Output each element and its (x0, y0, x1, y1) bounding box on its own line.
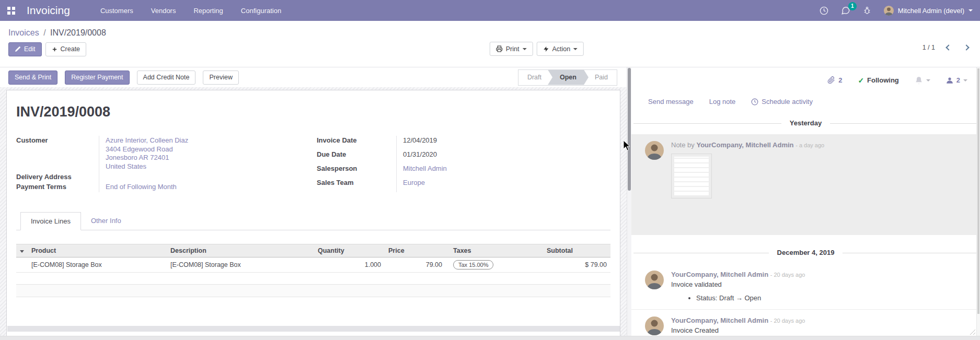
check-icon: ✓ (858, 76, 864, 85)
pager: 1 / 1 (923, 44, 969, 51)
tab-other-info[interactable]: Other Info (81, 212, 131, 230)
message-body: Invoice validated (671, 280, 805, 288)
chatter-message-validated: YourCompany, Mitchell Admin - 20 days ag… (631, 264, 980, 309)
tab-invoice-lines[interactable]: Invoice Lines (20, 212, 81, 230)
nav-menu-vendors[interactable]: Vendors (151, 7, 176, 15)
cell-price: 79.00 (385, 257, 446, 273)
invoice-date-value: 12/04/2019 (396, 136, 589, 150)
log-note-button[interactable]: Log note (709, 98, 736, 105)
subscription-bell-button[interactable] (915, 76, 930, 85)
header-taxes: Taxes (446, 244, 543, 257)
activities-clock-icon[interactable] (820, 6, 828, 15)
plus-icon (52, 46, 57, 52)
pager-previous-icon[interactable] (946, 44, 951, 50)
user-menu[interactable]: Mitchell Admin (devel) (884, 6, 973, 16)
attachment-thumbnail[interactable] (671, 154, 712, 198)
tax-tag: Tax 15.00% (453, 260, 493, 269)
cell-product: [E-COM08] Storage Box (28, 257, 167, 273)
header-price: Price (385, 244, 446, 257)
apps-menu-icon[interactable] (7, 7, 15, 15)
invoice-date-label: Invoice Date (317, 136, 396, 150)
form-vertical-scrollbar[interactable] (627, 67, 631, 340)
messages-badge: 1 (848, 2, 857, 10)
breadcrumb-invoices[interactable]: Invoices (8, 28, 39, 37)
scrollbar-thumb[interactable] (628, 68, 631, 191)
payment-terms-value[interactable]: End of Following Month (106, 183, 177, 191)
chatter-actions: Send message Log note Schedule activity (631, 86, 980, 105)
fields-right-group: Invoice Date 12/04/2019 Due Date 01/31/2… (317, 136, 589, 192)
paperclip-icon (827, 76, 835, 84)
status-paid[interactable]: Paid (586, 70, 617, 85)
list-optional-columns-icon[interactable] (20, 250, 24, 253)
control-panel: Invoices / INV/2019/0008 Edit Create Pri… (0, 21, 980, 67)
send-print-button[interactable]: Send & Print (8, 71, 57, 85)
invoice-line-row[interactable]: [E-COM08] Storage Box [E-COM08] Storage … (16, 257, 610, 273)
chevron-down-icon (522, 48, 526, 50)
print-button[interactable]: Print (490, 42, 533, 56)
app-title[interactable]: Invoicing (27, 4, 70, 17)
followers-button[interactable]: 2 (946, 76, 967, 84)
bell-icon (915, 76, 923, 85)
attachments-button[interactable]: 2 (827, 76, 842, 84)
attachments-count: 2 (838, 76, 842, 84)
nav-menu-reporting[interactable]: Reporting (193, 7, 223, 15)
message-author[interactable]: YourCompany, Mitchell Admin (671, 316, 768, 324)
register-payment-button[interactable]: Register Payment (65, 71, 129, 85)
cell-subtotal: $ 79.00 (543, 257, 610, 273)
user-avatar (884, 6, 894, 16)
user-name: Mitchell Admin (devel) (898, 7, 964, 15)
create-button[interactable]: Create (45, 42, 87, 56)
invoice-number-title: INV/2019/0008 (16, 104, 610, 120)
header-quantity: Quantity (314, 244, 385, 257)
customer-city[interactable]: Jonesboro AR 72401 (106, 154, 317, 162)
control-buttons-row: Edit Create Print Action 1 / 1 (8, 42, 972, 56)
customer-street[interactable]: 3404 Edgewood Road (106, 145, 317, 154)
action-button[interactable]: Action (536, 42, 584, 56)
messages-icon[interactable]: 1 (841, 6, 850, 15)
table-header-row: Product Description Quantity Price Taxes… (16, 244, 610, 257)
header-product: Product (28, 244, 167, 257)
header-description: Description (167, 244, 314, 257)
customer-country[interactable]: United States (106, 162, 317, 171)
edit-button[interactable]: Edit (8, 42, 42, 56)
status-open[interactable]: Open (548, 70, 589, 85)
customer-name-link[interactable]: Azure Interior, Colleen Diaz (106, 136, 317, 145)
message-time: - 20 days ago (770, 272, 805, 278)
empty-table-stripe (16, 284, 610, 297)
page-horizontal-scrollbar[interactable] (0, 336, 980, 340)
bolt-icon (543, 46, 549, 52)
salesperson-value[interactable]: Mitchell Admin (403, 165, 447, 172)
pager-next-icon[interactable] (963, 44, 969, 50)
message-avatar (645, 141, 664, 160)
message-avatar (645, 316, 664, 335)
chatter-vertical-scrollbar[interactable] (976, 67, 980, 340)
delivery-address-value (99, 172, 317, 182)
nav-menu-customers[interactable]: Customers (100, 7, 133, 15)
header-subtotal: Subtotal (543, 244, 610, 257)
add-credit-note-button[interactable]: Add Credit Note (137, 71, 196, 85)
due-date-value: 01/31/2020 (396, 150, 589, 164)
message-author[interactable]: YourCompany, Mitchell Admin (696, 141, 793, 149)
sales-team-value[interactable]: Europe (403, 179, 425, 186)
form-view: Send & Print Register Payment Add Credit… (0, 67, 627, 340)
main-area: Send & Print Register Payment Add Credit… (0, 67, 980, 340)
status-draft[interactable]: Draft (518, 70, 550, 85)
debug-bug-icon[interactable] (863, 6, 871, 15)
preview-button[interactable]: Preview (203, 71, 238, 85)
message-author[interactable]: YourCompany, Mitchell Admin (671, 271, 768, 278)
tracking-value: Status: Draft → Open (696, 294, 805, 303)
nav-menu-configuration[interactable]: Configuration (241, 7, 281, 15)
schedule-activity-button[interactable]: Schedule activity (751, 98, 813, 105)
chevron-down-icon (969, 9, 973, 11)
customer-value: Azure Interior, Colleen Diaz 3404 Edgewo… (99, 136, 317, 172)
message-avatar (645, 271, 664, 289)
systray: 1 Mitchell Admin (devel) (820, 6, 973, 16)
person-icon (946, 77, 953, 84)
sheet-horizontal-scrollbar[interactable] (7, 326, 620, 332)
scrollbar-thumb[interactable] (977, 68, 979, 314)
breadcrumb-separator: / (41, 28, 48, 37)
nav-menus: Customers Vendors Reporting Configuratio… (100, 7, 281, 15)
invoice-sheet: INV/2019/0008 Customer Azure Interior, C… (6, 90, 620, 340)
send-message-button[interactable]: Send message (648, 98, 694, 105)
following-button[interactable]: ✓ Following (858, 76, 898, 85)
